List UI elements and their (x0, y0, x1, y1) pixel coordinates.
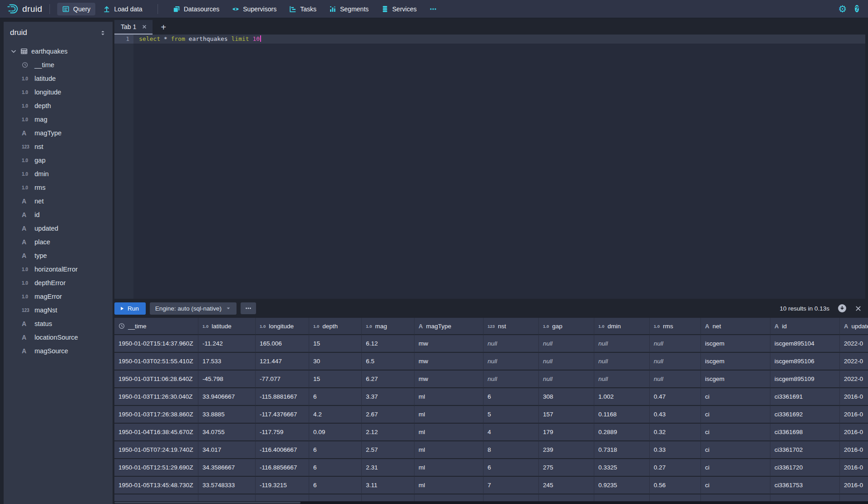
table-cell[interactable]: ci3361702 (770, 441, 840, 459)
column-item-depthError[interactable]: 1.0depthError (4, 276, 113, 290)
column-item-magNst[interactable]: 123magNst (4, 303, 113, 317)
table-cell[interactable]: -117.759 (256, 424, 309, 441)
table-cell[interactable]: 121.447 (256, 353, 309, 371)
column-header-rms[interactable]: 1.0rms (650, 318, 701, 335)
table-cell[interactable]: mw (414, 335, 483, 353)
table-cell[interactable]: 2.67 (362, 406, 414, 424)
column-header-updated[interactable]: Aupdated (840, 318, 868, 335)
table-cell[interactable]: 1950-01-05T13:45:48.730Z (114, 477, 198, 494)
help-button[interactable]: ? (855, 5, 859, 13)
table-cell[interactable]: -115.8881667 (256, 388, 309, 406)
column-item-longitude[interactable]: 1.0longitude (4, 85, 113, 99)
column-item-type[interactable]: Atype (4, 249, 113, 262)
column-item-status[interactable]: Astatus (4, 317, 113, 331)
table-cell[interactable]: ci3361753 (770, 477, 840, 494)
nav-item-query[interactable]: Query (57, 3, 95, 15)
column-header-longitude[interactable]: 1.0longitude (256, 318, 309, 335)
engine-selector[interactable]: Engine: auto (sql-native) (150, 302, 237, 315)
code-line[interactable]: select * from earthquakes limit 10 (139, 35, 261, 44)
table-cell[interactable]: ci (701, 477, 770, 494)
table-cell[interactable] (309, 494, 362, 501)
table-cell[interactable]: 0.9235 (594, 477, 650, 494)
app-logo[interactable]: druid (6, 3, 42, 15)
column-header-magType[interactable]: AmagType (414, 318, 483, 335)
table-cell[interactable]: 15 (309, 371, 362, 388)
table-cell[interactable]: 0.1168 (594, 406, 650, 424)
table-cell[interactable]: 157 (539, 406, 594, 424)
table-cell[interactable]: -45.798 (198, 371, 256, 388)
table-cell[interactable]: 239 (539, 441, 594, 459)
query-editor[interactable]: 1 select * from earthquakes limit 10 (114, 35, 865, 299)
column-header-__time[interactable]: __time (114, 318, 198, 335)
nav-item-supervisors[interactable]: Supervisors (227, 3, 281, 15)
column-item-mag[interactable]: 1.0mag (4, 113, 113, 126)
table-cell[interactable] (701, 494, 770, 501)
table-cell[interactable]: 6.27 (362, 371, 414, 388)
table-cell[interactable]: -119.3215 (256, 477, 309, 494)
table-cell[interactable]: 0.2889 (594, 424, 650, 441)
column-item-place[interactable]: Aplace (4, 235, 113, 249)
column-item-dmin[interactable]: 1.0dmin (4, 167, 113, 181)
table-cell[interactable]: 2016-0 (840, 477, 868, 494)
datasource-row-earthquakes[interactable]: earthquakes (4, 44, 113, 58)
table-cell[interactable]: iscgem (701, 371, 770, 388)
table-cell[interactable]: ci3361692 (770, 406, 840, 424)
table-cell[interactable]: null (483, 353, 539, 371)
table-cell[interactable]: 2.31 (362, 459, 414, 477)
tab-tab1[interactable]: Tab 1 (114, 20, 153, 35)
column-header-dmin[interactable]: 1.0dmin (594, 318, 650, 335)
table-cell[interactable]: 0.47 (650, 388, 701, 406)
table-cell[interactable]: 245 (539, 477, 594, 494)
table-cell[interactable]: 33.5748333 (198, 477, 256, 494)
table-cell[interactable]: ml (414, 477, 483, 494)
more-options-button[interactable] (241, 302, 256, 314)
scrollbar-thumb[interactable] (114, 502, 301, 504)
table-cell[interactable]: 17.533 (198, 353, 256, 371)
table-cell[interactable]: 1950-01-03T11:26:30.040Z (114, 388, 198, 406)
schema-selector[interactable]: druid (4, 22, 113, 42)
close-results-button[interactable] (855, 305, 862, 312)
column-header-latitude[interactable]: 1.0latitude (198, 318, 256, 335)
column-item-magType[interactable]: AmagType (4, 126, 113, 140)
table-cell[interactable]: null (650, 335, 701, 353)
table-cell[interactable]: 0.27 (650, 459, 701, 477)
table-cell[interactable]: ml (414, 406, 483, 424)
download-results-button[interactable] (838, 304, 847, 313)
table-cell[interactable]: 6.5 (362, 353, 414, 371)
column-item-depth[interactable]: 1.0depth (4, 99, 113, 113)
table-cell[interactable]: 6 (309, 388, 362, 406)
table-cell[interactable]: -11.242 (198, 335, 256, 353)
table-cell[interactable] (414, 494, 483, 501)
table-cell[interactable]: mw (414, 353, 483, 371)
table-cell[interactable]: iscgem (701, 335, 770, 353)
column-item-locationSource[interactable]: AlocationSource (4, 331, 113, 344)
new-tab-button[interactable]: + (159, 23, 168, 32)
table-cell[interactable]: 2.12 (362, 424, 414, 441)
table-cell[interactable]: 2016-0 (840, 424, 868, 441)
table-cell[interactable]: iscgem895104 (770, 335, 840, 353)
table-cell[interactable]: 6 (309, 459, 362, 477)
table-cell[interactable]: ci3361698 (770, 424, 840, 441)
table-cell[interactable]: -116.4006667 (256, 441, 309, 459)
table-cell[interactable]: 34.3586667 (198, 459, 256, 477)
table-cell[interactable]: 0.43 (650, 406, 701, 424)
table-cell[interactable]: 3.37 (362, 388, 414, 406)
nav-item-tasks[interactable]: Tasks (284, 3, 321, 15)
column-item-nst[interactable]: 123nst (4, 140, 113, 153)
table-cell[interactable]: 8 (483, 441, 539, 459)
table-cell[interactable]: 308 (539, 388, 594, 406)
table-cell[interactable]: ci (701, 459, 770, 477)
table-cell[interactable]: null (539, 335, 594, 353)
column-header-nst[interactable]: 123nst (483, 318, 539, 335)
table-cell[interactable]: null (483, 335, 539, 353)
column-item-latitude[interactable]: 1.0latitude (4, 72, 113, 85)
table-cell[interactable]: -77.077 (256, 371, 309, 388)
table-cell[interactable]: ml (414, 441, 483, 459)
table-cell[interactable]: null (539, 371, 594, 388)
table-cell[interactable]: mw (414, 371, 483, 388)
table-cell[interactable]: ci3361691 (770, 388, 840, 406)
table-cell[interactable]: 6 (483, 388, 539, 406)
table-cell[interactable]: 179 (539, 424, 594, 441)
table-cell[interactable]: 6 (309, 477, 362, 494)
run-button[interactable]: Run (114, 302, 146, 315)
